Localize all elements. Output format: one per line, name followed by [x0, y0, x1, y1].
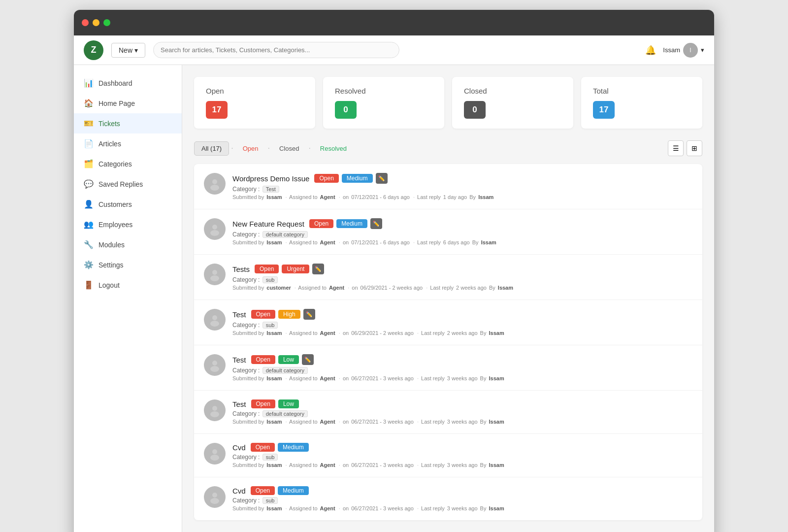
ticket-date: 06/27/2021 - 3 weeks ago [351, 505, 414, 511]
submitted-by: Issam [266, 375, 282, 381]
stat-closed-label: Closed [464, 87, 561, 95]
ticket-row[interactable]: Cvd Open Medium Category : sub Submitted… [194, 477, 702, 520]
ticket-category: Category : sub [232, 454, 692, 461]
sidebar-item-saved-replies[interactable]: 💬 Saved Replies [74, 174, 182, 194]
svg-point-2 [212, 225, 217, 230]
assigned-to: Agent [320, 419, 335, 425]
dashboard-icon: 📊 [84, 78, 94, 88]
assigned-to: Agent [320, 505, 335, 511]
ticket-category: Category : default category [232, 231, 692, 238]
ticket-row[interactable]: Test Open Low Category : default categor… [194, 391, 702, 434]
svg-point-8 [212, 361, 217, 366]
ticket-category: Category : sub [232, 276, 692, 283]
ticket-title: Wordpress Demo Issue [232, 174, 309, 183]
ticket-row[interactable]: Test Open High ✏️ Category : sub Submitt… [194, 300, 702, 345]
tickets-icon: 🎫 [84, 119, 94, 128]
minimize-button[interactable] [93, 19, 99, 26]
edit-icon[interactable]: ✏️ [370, 218, 382, 229]
svg-point-5 [210, 275, 219, 281]
sidebar-item-dashboard[interactable]: 📊 Dashboard [74, 73, 182, 93]
user-badge[interactable]: Issam I ▾ [663, 43, 704, 58]
bell-icon[interactable]: 🔔 [645, 45, 656, 56]
sidebar-item-employees[interactable]: 👥 Employees [74, 214, 182, 234]
ticket-category: Category : default category [232, 367, 692, 374]
chevron-down-icon: ▾ [134, 46, 138, 54]
sidebar-item-homepage[interactable]: 🏠 Home Page [74, 93, 182, 113]
submitted-by: Issam [266, 419, 282, 425]
sidebar-item-articles[interactable]: 📄 Articles [74, 133, 182, 154]
ticket-title: Tests [232, 265, 250, 273]
ticket-title-row: Test Open Low [232, 399, 692, 408]
stat-open-badge: 17 [206, 101, 228, 119]
grid-view-button[interactable]: ⊞ [687, 140, 702, 156]
saved-replies-icon: 💬 [84, 179, 94, 189]
close-button[interactable] [82, 19, 89, 26]
edit-icon[interactable]: ✏️ [303, 309, 315, 320]
stats-row: Open 17 Resolved 0 Closed 0 Total 17 [194, 77, 702, 129]
ticket-title: Test [232, 356, 246, 364]
ticket-meta: Submitted by customer · Assigned to Agen… [232, 285, 692, 291]
ticket-avatar [204, 399, 226, 421]
ticket-title-row: Test Open High ✏️ [232, 309, 692, 320]
list-view-button[interactable]: ☰ [668, 140, 684, 156]
ticket-info: Test Open High ✏️ Category : sub Submitt… [232, 309, 692, 336]
ticket-date: 06/27/2021 - 3 weeks ago [351, 375, 414, 381]
priority-badge: High [278, 310, 300, 319]
priority-badge: Medium [336, 219, 367, 228]
sidebar-label-saved-replies: Saved Replies [98, 180, 143, 188]
assigned-to: Agent [320, 194, 335, 200]
stat-closed-badge: 0 [464, 101, 486, 119]
last-reply-by: Issam [489, 330, 504, 336]
ticket-date: 06/29/2021 - 2 weeks ago [361, 285, 423, 291]
ticket-row[interactable]: Cvd Open Medium Category : sub Submitted… [194, 434, 702, 477]
stat-resolved-badge: 0 [335, 101, 357, 119]
edit-icon[interactable]: ✏️ [312, 264, 324, 274]
employees-icon: 👥 [84, 220, 94, 229]
sidebar-item-modules[interactable]: 🔧 Modules [74, 234, 182, 255]
filter-tabs: All (17) · Open · Closed · Resolved [194, 141, 354, 156]
new-button[interactable]: New ▾ [111, 43, 145, 58]
category-tag: default category [263, 231, 308, 238]
ticket-info: Cvd Open Medium Category : sub Submitted… [232, 443, 692, 468]
edit-icon[interactable]: ✏️ [302, 354, 314, 365]
ticket-row[interactable]: New Feature Request Open Medium ✏️ Categ… [194, 209, 702, 255]
ticket-date: 07/12/2021 - 6 days ago [351, 194, 410, 200]
sidebar-item-customers[interactable]: 👤 Customers [74, 194, 182, 214]
search-input[interactable] [153, 42, 399, 58]
ticket-row[interactable]: Wordpress Demo Issue Open Medium ✏️ Cate… [194, 164, 702, 209]
category-tag: sub [263, 276, 278, 283]
assigned-to: Agent [320, 462, 335, 468]
sidebar-item-logout[interactable]: 🚪 Logout [74, 275, 182, 295]
ticket-info: New Feature Request Open Medium ✏️ Categ… [232, 218, 692, 245]
maximize-button[interactable] [103, 19, 110, 26]
submitted-by: customer [266, 285, 291, 291]
articles-icon: 📄 [84, 139, 94, 148]
ticket-title-row: Wordpress Demo Issue Open Medium ✏️ [232, 173, 692, 184]
filter-resolved[interactable]: Resolved [313, 141, 354, 156]
categories-icon: 🗂️ [84, 159, 94, 168]
ticket-date: 07/12/2021 - 6 days ago [351, 239, 410, 245]
svg-point-9 [210, 366, 219, 372]
priority-badge: Medium [278, 443, 309, 452]
sidebar-item-tickets[interactable]: 🎫 Tickets [74, 113, 182, 133]
status-badge: Open [251, 443, 275, 452]
filter-all[interactable]: All (17) [194, 141, 229, 156]
ticket-date: 06/29/2021 - 2 weeks ago [351, 330, 414, 336]
ticket-row[interactable]: Test Open Low ✏️ Category : default cate… [194, 345, 702, 391]
filter-open[interactable]: Open [235, 141, 266, 156]
topnav: Z New ▾ 🔔 Issam I ▾ [74, 35, 714, 65]
modules-icon: 🔧 [84, 240, 94, 249]
ticket-category: Category : Test [232, 186, 692, 193]
edit-icon[interactable]: ✏️ [376, 173, 388, 184]
last-reply-by: Issam [489, 375, 504, 381]
stat-open-label: Open [206, 87, 303, 95]
titlebar [74, 10, 714, 35]
sidebar-item-categories[interactable]: 🗂️ Categories [74, 154, 182, 174]
filter-bar: All (17) · Open · Closed · Resolved ☰ ⊞ [194, 140, 702, 156]
ticket-row[interactable]: Tests Open Urgent ✏️ Category : sub Subm… [194, 255, 702, 300]
submitted-by: Issam [266, 239, 282, 245]
ticket-avatar [204, 218, 226, 240]
filter-closed[interactable]: Closed [272, 141, 306, 156]
assigned-to: Agent [320, 330, 335, 336]
sidebar-item-settings[interactable]: ⚙️ Settings [74, 255, 182, 275]
